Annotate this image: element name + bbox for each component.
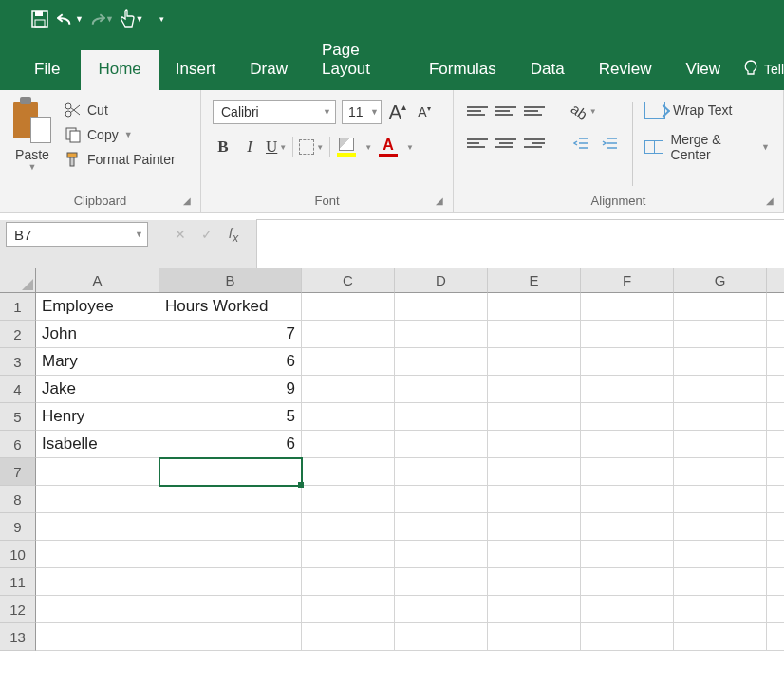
- cell[interactable]: [159, 568, 302, 596]
- cell[interactable]: [581, 458, 674, 486]
- cell[interactable]: [488, 293, 581, 321]
- cell[interactable]: [302, 623, 395, 651]
- cell[interactable]: [488, 596, 581, 623]
- merge-center-button[interactable]: Merge & Center ▼: [644, 132, 770, 162]
- row-header[interactable]: 1: [0, 293, 36, 321]
- name-box[interactable]: B7 ▼: [6, 222, 148, 247]
- tab-view[interactable]: View: [668, 50, 737, 90]
- column-header[interactable]: G: [674, 268, 767, 293]
- cell[interactable]: [674, 321, 767, 348]
- paste-icon[interactable]: [13, 98, 51, 143]
- cell[interactable]: [302, 568, 395, 596]
- cell[interactable]: [159, 623, 302, 651]
- cell[interactable]: [159, 486, 302, 513]
- cell[interactable]: [488, 376, 581, 403]
- italic-button[interactable]: I: [239, 136, 260, 158]
- row-header[interactable]: 13: [0, 623, 36, 651]
- cell[interactable]: [674, 486, 767, 513]
- cell[interactable]: 9: [159, 376, 302, 403]
- tab-file[interactable]: File: [17, 50, 81, 90]
- cell[interactable]: [395, 596, 488, 623]
- undo-icon[interactable]: ▼: [57, 6, 84, 32]
- cell[interactable]: [674, 513, 767, 541]
- cell[interactable]: [581, 513, 674, 541]
- borders-button[interactable]: ▼: [299, 136, 324, 158]
- save-icon[interactable]: [27, 6, 53, 32]
- increase-font-icon[interactable]: A▴: [387, 101, 408, 123]
- cell[interactable]: [488, 623, 581, 651]
- cell[interactable]: [488, 321, 581, 348]
- cut-button[interactable]: Cut: [65, 102, 176, 119]
- row-header[interactable]: 10: [0, 541, 36, 568]
- cell[interactable]: [581, 403, 674, 431]
- cell[interactable]: [36, 458, 159, 486]
- cell[interactable]: [302, 596, 395, 623]
- cell[interactable]: Employee: [36, 293, 159, 321]
- row-header[interactable]: 4: [0, 376, 36, 403]
- align-right-button[interactable]: [524, 134, 545, 153]
- fill-color-button[interactable]: [336, 136, 357, 158]
- cell[interactable]: 6: [159, 431, 302, 458]
- cell[interactable]: Mary: [36, 348, 159, 376]
- cell[interactable]: 7: [159, 321, 302, 348]
- cell[interactable]: [395, 321, 488, 348]
- cell[interactable]: [488, 348, 581, 376]
- cell[interactable]: [395, 541, 488, 568]
- cell[interactable]: [36, 486, 159, 513]
- cell[interactable]: [674, 376, 767, 403]
- tell-me[interactable]: Tell: [743, 60, 784, 90]
- row-header[interactable]: 11: [0, 568, 36, 596]
- dialog-launcher-icon[interactable]: ◢: [183, 195, 196, 209]
- cell[interactable]: [395, 623, 488, 651]
- align-top-button[interactable]: [467, 102, 488, 120]
- orientation-button[interactable]: ab▼: [571, 100, 597, 122]
- tab-formulas[interactable]: Formulas: [412, 50, 513, 90]
- row-header[interactable]: 3: [0, 348, 36, 376]
- cell[interactable]: [36, 623, 159, 651]
- cell[interactable]: [302, 293, 395, 321]
- cell[interactable]: [395, 458, 488, 486]
- cell[interactable]: [395, 376, 488, 403]
- cell[interactable]: 6: [159, 348, 302, 376]
- tab-page-layout[interactable]: Page Layout: [305, 31, 412, 90]
- cell[interactable]: [36, 596, 159, 623]
- cell[interactable]: [302, 403, 395, 431]
- decrease-indent-button[interactable]: [571, 132, 592, 155]
- select-all-corner[interactable]: [0, 268, 36, 293]
- cell[interactable]: [488, 403, 581, 431]
- font-color-button[interactable]: A: [378, 136, 399, 158]
- tab-draw[interactable]: Draw: [233, 50, 305, 90]
- column-header[interactable]: B: [159, 268, 302, 293]
- chevron-down-icon[interactable]: ▼: [406, 143, 414, 152]
- column-header[interactable]: D: [395, 268, 488, 293]
- tab-data[interactable]: Data: [513, 50, 582, 90]
- cell[interactable]: [302, 458, 395, 486]
- font-size-dropdown[interactable]: 11 ▼: [342, 100, 382, 124]
- spreadsheet-grid[interactable]: ABCDEFG1EmployeeHours Worked2John73Mary6…: [0, 268, 784, 651]
- tab-insert[interactable]: Insert: [159, 50, 233, 90]
- cell[interactable]: [674, 568, 767, 596]
- decrease-font-icon[interactable]: A▾: [414, 101, 435, 123]
- cell[interactable]: [36, 541, 159, 568]
- column-header[interactable]: C: [302, 268, 395, 293]
- align-center-button[interactable]: [495, 134, 516, 153]
- cell[interactable]: Jake: [36, 376, 159, 403]
- row-header[interactable]: 12: [0, 596, 36, 623]
- cell[interactable]: [302, 541, 395, 568]
- cell[interactable]: [488, 513, 581, 541]
- chevron-down-icon[interactable]: ▼: [28, 162, 37, 172]
- dialog-launcher-icon[interactable]: ◢: [436, 195, 449, 209]
- cell[interactable]: [395, 293, 488, 321]
- cell[interactable]: [302, 431, 395, 458]
- cell[interactable]: [302, 376, 395, 403]
- cell[interactable]: Henry: [36, 403, 159, 431]
- align-middle-button[interactable]: [495, 102, 516, 120]
- cell[interactable]: [395, 486, 488, 513]
- format-painter-button[interactable]: Format Painter: [65, 151, 176, 168]
- column-header[interactable]: E: [488, 268, 581, 293]
- cell[interactable]: [674, 293, 767, 321]
- bold-button[interactable]: B: [213, 136, 233, 158]
- cell[interactable]: Hours Worked: [159, 293, 302, 321]
- cell[interactable]: [674, 596, 767, 623]
- cell[interactable]: [581, 321, 674, 348]
